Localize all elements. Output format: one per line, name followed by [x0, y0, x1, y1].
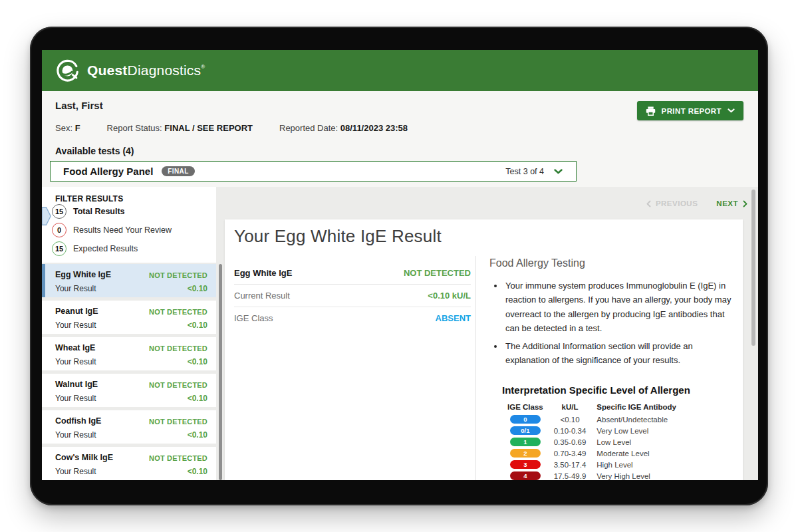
quest-logo-icon [55, 59, 80, 83]
interp-row: 2 0.70-3.49 Moderate Level [502, 448, 682, 459]
results-list: Egg White IgE NOT DETECTED Your Result <… [42, 264, 216, 480]
detail-table: Egg White IgE NOT DETECTED Current Resul… [234, 262, 471, 329]
interp-level: Very Low Level [591, 425, 682, 436]
next-button[interactable]: NEXT [716, 200, 747, 207]
filter-panel: FILTER RESULTS 15 Total Results 0 Result… [42, 187, 216, 263]
result-pagination: PREVIOUS NEXT [646, 200, 747, 207]
status-badge: FINAL [162, 166, 194, 176]
previous-label: PREVIOUS [656, 200, 698, 207]
detail-row-value: ABSENT [436, 313, 471, 323]
detail-row: IGE Class ABSENT [234, 307, 471, 329]
result-detail-card: Your Egg White IgE Result Egg White IgE … [225, 219, 743, 480]
result-value: <0.10 [188, 321, 207, 330]
result-value: <0.10 [188, 430, 207, 440]
test-selector-dropdown[interactable]: Food Allergy Panel FINAL Test 3 of 4 [50, 161, 577, 182]
detail-row-value: <0.10 kU/L [428, 291, 471, 301]
result-label: Your Result [55, 394, 96, 403]
result-status: NOT DETECTED [149, 344, 207, 352]
detail-row-value: NOT DETECTED [404, 268, 471, 278]
tablet-frame: QuestDiagnostics® Last, First Sex: F Rep… [30, 27, 768, 505]
report-status-field: Report Status: FINAL / SEE REPORT [107, 123, 253, 133]
info-bullet: The Additional Information section will … [504, 339, 733, 368]
result-label: Your Result [55, 321, 96, 330]
interp-header-kul: kU/L [549, 402, 592, 414]
interp-header-antibody: Specific IGE Antibody [591, 402, 682, 414]
result-item-peanut[interactable]: Peanut IgE NOT DETECTED Your Result <0.1… [42, 301, 216, 334]
filter-label: Total Results [73, 207, 125, 216]
result-item-codfish[interactable]: Codfish IgE NOT DETECTED Your Result <0.… [42, 410, 216, 444]
brand-name: QuestDiagnostics® [87, 63, 205, 78]
need-review-count-badge: 0 [52, 223, 66, 237]
result-label: Your Result [55, 284, 96, 293]
result-name: Peanut IgE [55, 307, 98, 316]
interp-range: 17.5-49.9 [549, 470, 592, 480]
ige-class-badge: 3 [510, 460, 541, 469]
trademark: ® [201, 64, 205, 70]
detail-row-label: Current Result [234, 291, 290, 301]
result-name: Wheat IgE [55, 343, 95, 352]
interp-row: 0 <0.10 Absent/Undetectable [502, 414, 682, 425]
filter-results-title: FILTER RESULTS [55, 194, 123, 203]
filter-label: Expected Results [73, 244, 138, 253]
interpretation-section: Interpretation Specific Level of Allerge… [502, 384, 690, 480]
chevron-down-icon [554, 169, 563, 174]
info-section-title: Food Allergy Testing [489, 257, 733, 269]
total-results-count-badge: 15 [52, 204, 66, 219]
filter-expected-results[interactable]: 15 Expected Results [52, 241, 138, 256]
interpretation-title: Interpretation Specific Level of Allerge… [502, 384, 690, 396]
app-header: QuestDiagnostics® [42, 50, 758, 91]
filter-need-review[interactable]: 0 Results Need Your Review [52, 223, 172, 237]
patient-name: Last, First [55, 100, 103, 111]
detail-row: Egg White IgE NOT DETECTED [234, 262, 471, 285]
detail-title: Your Egg White IgE Result [234, 226, 442, 247]
result-item-cows-milk[interactable]: Cow's Milk IgE NOT DETECTED Your Result … [42, 447, 216, 480]
printer-icon [646, 106, 656, 116]
result-label: Your Result [55, 467, 96, 476]
interp-level: Moderate Level [591, 448, 682, 459]
interp-row: 0/1 0.10-0.34 Very Low Level [502, 425, 682, 436]
brand-regular: Diagnostics [128, 63, 201, 78]
test-name: Food Allergy Panel [63, 166, 153, 177]
result-status: NOT DETECTED [149, 308, 207, 316]
main-scrollbar[interactable] [751, 190, 755, 346]
selected-filter-marker-icon [42, 207, 51, 228]
content-area: FILTER RESULTS 15 Total Results 0 Result… [42, 187, 758, 480]
result-name: Walnut IgE [55, 380, 98, 389]
ige-class-badge: 4 [510, 471, 541, 480]
result-label: Your Result [55, 357, 96, 366]
test-position-label: Test 3 of 4 [505, 167, 544, 176]
brand-bold: Quest [87, 63, 128, 78]
reported-date-field: Reported Date: 08/11/2023 23:58 [279, 123, 408, 133]
patient-header: Last, First Sex: F Report Status: FINAL … [42, 91, 758, 187]
ige-class-badge: 2 [510, 449, 541, 458]
print-report-label: PRINT REPORT [662, 107, 722, 115]
detail-row-label: Egg White IgE [234, 268, 292, 278]
available-tests-label: Available tests (4) [55, 146, 134, 156]
info-bullet: Your immune system produces Immunoglobul… [504, 279, 733, 336]
result-status: NOT DETECTED [149, 271, 207, 279]
filter-total-results[interactable]: 15 Total Results [52, 204, 125, 219]
interp-range: 0.35-0.69 [549, 436, 592, 448]
interp-range: 0.70-3.49 [549, 448, 592, 459]
print-report-button[interactable]: PRINT REPORT [637, 101, 743, 120]
interp-level: Absent/Undetectable [591, 414, 682, 425]
interp-level: Very High Level [591, 470, 682, 480]
result-status: NOT DETECTED [149, 454, 207, 462]
ige-class-badge: 1 [510, 438, 541, 446]
result-item-egg-white[interactable]: Egg White IgE NOT DETECTED Your Result <… [42, 264, 216, 297]
result-item-walnut[interactable]: Walnut IgE NOT DETECTED Your Result <0.1… [42, 374, 216, 407]
interp-range: <0.10 [549, 414, 592, 425]
ige-class-badge: 0 [510, 415, 541, 424]
result-item-wheat[interactable]: Wheat IgE NOT DETECTED Your Result <0.10 [42, 337, 216, 370]
chevron-right-icon [743, 200, 747, 207]
result-value: <0.10 [188, 284, 207, 293]
previous-button[interactable]: PREVIOUS [646, 200, 698, 207]
interp-header-ige-class: IGE Class [502, 402, 549, 414]
result-value: <0.10 [188, 394, 207, 403]
interp-row: 3 3.50-17.4 High Level [502, 459, 682, 470]
interp-row: 4 17.5-49.9 Very High Level [502, 470, 682, 480]
result-name: Egg White IgE [55, 270, 111, 279]
detail-row: Current Result <0.10 kU/L [234, 285, 471, 307]
next-label: NEXT [716, 200, 738, 207]
sidebar-scrollbar[interactable] [219, 264, 222, 480]
